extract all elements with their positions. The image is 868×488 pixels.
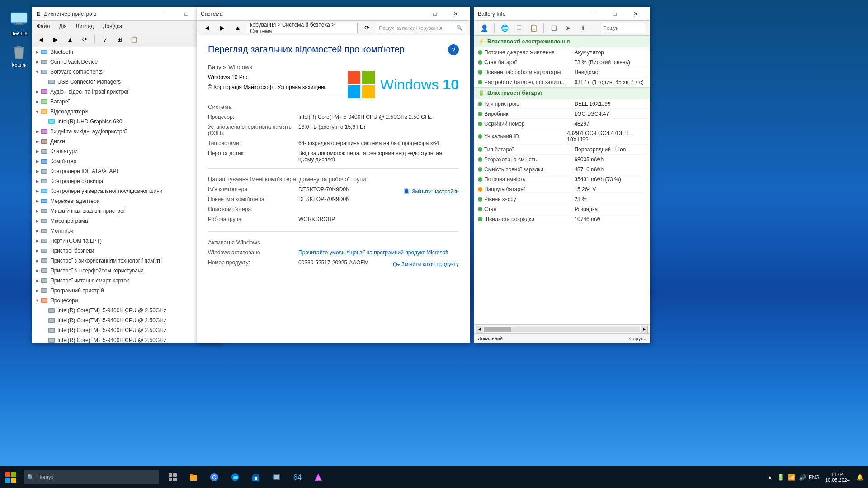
battery-search-input[interactable] (601, 23, 646, 33)
toolbar-help-button[interactable]: ? (99, 34, 111, 45)
tree-item[interactable]: ▶ Контролери сховища (32, 176, 221, 186)
taskbar-app-6[interactable] (267, 467, 287, 487)
scrollbar-right-button[interactable]: ► (641, 326, 648, 333)
taskbar-app-8[interactable] (308, 467, 328, 487)
taskbar-app-7[interactable]: 64 (288, 467, 307, 487)
tree-item[interactable]: ▶ Мережеві адаптери (32, 196, 221, 206)
tree-item[interactable]: ▶ Порти (COM та LPT) (32, 236, 221, 246)
toolbar-device-properties-button[interactable]: ⊞ (113, 34, 126, 45)
toolbar-info-icon[interactable]: ℹ (576, 23, 589, 33)
address-path-text: керування > Система й безпека > Система (250, 22, 354, 34)
tree-item[interactable]: ▶ Пристрої безпеки (32, 246, 221, 256)
tree-item[interactable]: Intel(R) Core(TM) i5-9400H CPU @ 2.50GHz (32, 305, 221, 315)
tree-item[interactable]: ▶ Миша й інші вказівні пристрої (32, 206, 221, 216)
tray-show-hidden[interactable]: ▲ (765, 473, 774, 482)
tree-item[interactable]: ▶ Пристрої з використанням технології па… (32, 256, 221, 266)
tray-network-icon[interactable]: 📶 (787, 473, 796, 482)
toolbar-back-button[interactable]: ◀ (35, 34, 47, 45)
tree-item[interactable]: ▶ Пристрої з інтерфейсом користувача (32, 266, 221, 276)
tree-item[interactable]: ▼ Software components (32, 67, 221, 77)
tree-item[interactable]: ▶ Батареї (32, 97, 221, 107)
tree-item[interactable]: ▶ Контролери IDE ATA/ATAPI (32, 166, 221, 176)
battery-minimize-button[interactable]: ─ (584, 7, 604, 21)
tray-battery-icon[interactable]: 🔋 (776, 473, 785, 482)
battery-status-dot (478, 197, 482, 202)
tree-item[interactable]: ▶ Аудіо-, відео- та ігрові пристрої (32, 87, 221, 97)
tree-item[interactable]: ▶ Монітори (32, 226, 221, 236)
tray-volume-icon[interactable]: 🔊 (798, 473, 807, 482)
devmgr-menu-file[interactable]: Файл (34, 22, 53, 31)
taskbar-store[interactable] (246, 467, 266, 487)
tree-item[interactable]: ▶ Контролери універсальної послідовної ш… (32, 186, 221, 196)
tree-item[interactable]: USB Connector Managers (32, 77, 221, 87)
sysinfo-address-path[interactable]: керування > Система й безпека > Система (247, 23, 358, 33)
taskbar-task-view[interactable] (163, 467, 183, 487)
taskbar-date: 10.05.2024 (825, 477, 850, 483)
toolbar-list-icon[interactable]: ☰ (513, 23, 525, 33)
battery-close-button[interactable]: ✕ (625, 7, 646, 21)
desktop-icon-pc[interactable]: Цей ПК (5, 9, 33, 38)
horizontal-scrollbar[interactable] (484, 327, 640, 332)
toolbar-globe-icon[interactable]: 🌐 (498, 23, 511, 33)
tree-item[interactable]: Intel(R) UHD Graphics 630 (32, 117, 221, 127)
tree-item[interactable]: ▶ Клавіатури (32, 146, 221, 156)
tree-item[interactable]: ▼ Процесори (32, 296, 221, 305)
taskbar-clock[interactable]: 11:04 10.05.2024 (821, 470, 854, 484)
taskbar-search[interactable]: 🔍 Пошук (24, 470, 159, 484)
tree-item[interactable]: Intel(R) Core(TM) i5-9400H CPU @ 2.50GHz (32, 335, 221, 343)
tree-item[interactable]: ▶ Вхідні та вихідні аудіопристрої (32, 127, 221, 136)
toolbar-up-button[interactable]: ▲ (64, 34, 76, 45)
devmgr-maximize-button[interactable]: □ (176, 7, 197, 21)
tree-item[interactable]: ▶ Диски (32, 136, 221, 146)
desktop-icon-trash[interactable]: Кошик (5, 41, 33, 70)
sysinfo-close-button[interactable]: ✕ (445, 7, 466, 21)
tree-item[interactable]: ▶ Програмний пристрій (32, 286, 221, 296)
battery-section1-icon: ⚡ (478, 38, 485, 45)
product-num-row: Номер продукту: 00330-52517-20925-AAOEM (208, 259, 392, 266)
sysinfo-minimize-button[interactable]: ─ (404, 7, 425, 21)
license-link[interactable]: Прочитайте умови ліцензії на програмний … (298, 249, 459, 256)
toolbar-table-icon[interactable]: 📋 (527, 23, 540, 33)
taskbar-chrome[interactable] (204, 467, 224, 487)
sysinfo-refresh-button[interactable]: ⟳ (360, 23, 373, 33)
toolbar-window-icon[interactable]: ❑ (547, 23, 560, 33)
pc-name-row: Ім'я комп'ютера: DESKTOP-70N9D0N (208, 186, 403, 192)
taskbar-file-explorer[interactable] (184, 467, 203, 487)
change-settings-link[interactable]: Змінити настройки (403, 188, 459, 195)
toolbar-person-icon[interactable]: 👤 (478, 23, 491, 33)
start-button[interactable] (0, 466, 22, 488)
tree-item[interactable]: ▶ ControlVault Device (32, 57, 221, 67)
toolbar-forward-button[interactable]: ▶ (49, 34, 62, 45)
battery-maximize-button[interactable]: □ (604, 7, 625, 21)
tree-item[interactable]: Intel(R) Core(TM) i5-9400H CPU @ 2.50GHz (32, 325, 221, 335)
tray-notification-icon[interactable]: 🔔 (855, 473, 864, 482)
tree-device-icon (40, 257, 48, 265)
tree-item[interactable]: ▶ Bluetooth (32, 47, 221, 57)
pc-icon (10, 11, 28, 29)
toolbar-refresh-button[interactable]: ⟳ (78, 34, 91, 45)
devmgr-menu-action[interactable]: Дія (57, 22, 70, 31)
tree-item[interactable]: ▶ Комп'ютер (32, 156, 221, 166)
sysinfo-forward-button[interactable]: ▶ (216, 23, 229, 33)
taskbar-edge[interactable] (225, 467, 245, 487)
tree-item[interactable]: ▶ Мікропрограма: (32, 216, 221, 226)
change-key-link[interactable]: Змінити ключ продукту (392, 261, 459, 268)
toolbar-extra-button[interactable]: 📋 (127, 34, 140, 45)
tree-item[interactable]: Intel(R) Core(TM) i5-9400H CPU @ 2.50GHz (32, 315, 221, 325)
devmgr-minimize-button[interactable]: ─ (155, 7, 176, 21)
scrollbar-left-button[interactable]: ◄ (476, 326, 483, 333)
battery-status-dot (478, 60, 482, 65)
devmgr-menu-help[interactable]: Довідка (100, 22, 125, 31)
devmgr-menu-view[interactable]: Вигляд (73, 22, 96, 31)
help-icon-button[interactable]: ? (448, 44, 459, 55)
devmgr-tree[interactable]: ▶ Bluetooth ▶ ControlVault Device ▼ Soft… (32, 47, 221, 343)
tree-item[interactable]: ▶ Пристрої читання смарт-карток (32, 276, 221, 286)
sysinfo-maximize-button[interactable]: □ (425, 7, 445, 21)
sysinfo-search-box[interactable]: Пошук на панелі керування 🔍 (376, 23, 466, 33)
battery-data-row: Стан батареї 73 % (Високий рівень) (474, 57, 650, 67)
tree-item[interactable]: ▼ Відеоадаптери (32, 107, 221, 117)
toolbar-arrow-icon[interactable]: ➤ (562, 23, 575, 33)
sysinfo-back-button[interactable]: ◀ (201, 23, 213, 33)
sysinfo-up-button[interactable]: ▲ (231, 23, 244, 33)
battery-row-label: Ємність повної зарядки (474, 165, 571, 174)
